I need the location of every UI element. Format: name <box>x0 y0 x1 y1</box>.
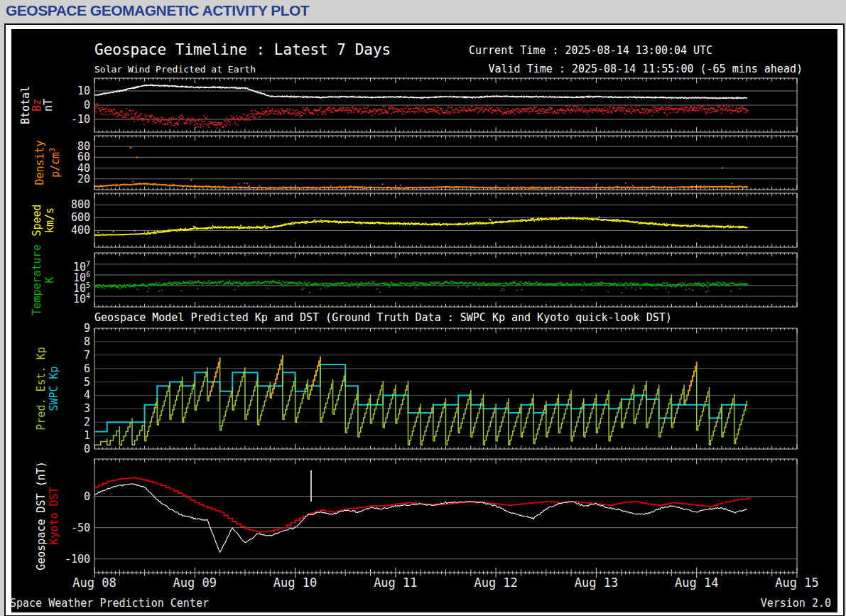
page-header: GEOSPACE GEOMAGNETIC ACTIVITY PLOT <box>0 0 846 23</box>
page-title: GEOSPACE GEOMAGNETIC ACTIVITY PLOT <box>6 2 309 19</box>
plot-image-background <box>11 29 837 612</box>
plot-frame <box>4 23 845 616</box>
page: GEOSPACE GEOMAGNETIC ACTIVITY PLOT Geosp… <box>0 0 846 616</box>
